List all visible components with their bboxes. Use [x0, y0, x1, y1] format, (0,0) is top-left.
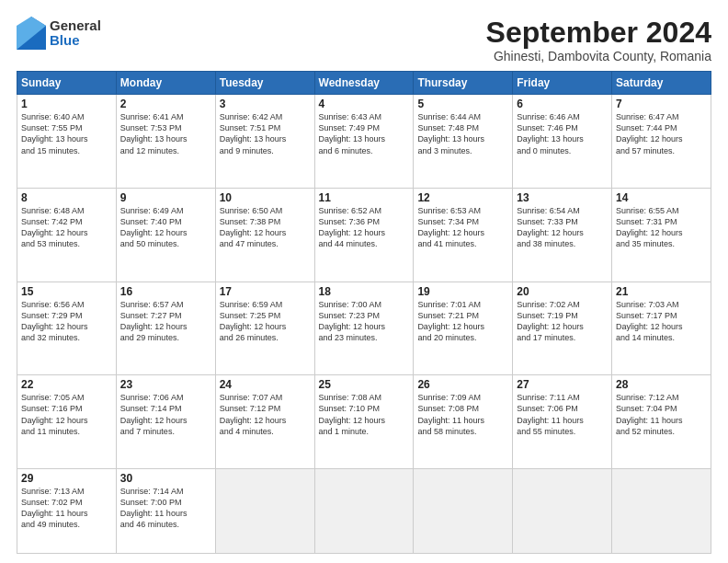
day-number: 27	[517, 378, 608, 391]
col-monday: Monday	[116, 72, 215, 95]
table-row: 12Sunrise: 6:53 AM Sunset: 7:34 PM Dayli…	[414, 188, 513, 282]
day-info: Sunrise: 7:07 AM Sunset: 7:12 PM Dayligh…	[220, 392, 311, 437]
day-info: Sunrise: 6:50 AM Sunset: 7:38 PM Dayligh…	[220, 205, 311, 250]
col-sunday: Sunday	[17, 72, 117, 95]
logo-text: General Blue	[50, 18, 101, 49]
table-row: 10Sunrise: 6:50 AM Sunset: 7:38 PM Dayli…	[215, 188, 314, 282]
day-info: Sunrise: 6:55 AM Sunset: 7:31 PM Dayligh…	[616, 205, 707, 250]
calendar-week-2: 15Sunrise: 6:56 AM Sunset: 7:29 PM Dayli…	[17, 282, 711, 375]
header: General Blue September 2024 Ghinesti, Da…	[17, 17, 711, 63]
table-row	[612, 468, 711, 553]
table-row: 18Sunrise: 7:00 AM Sunset: 7:23 PM Dayli…	[314, 282, 414, 375]
table-row: 27Sunrise: 7:11 AM Sunset: 7:06 PM Dayli…	[513, 375, 612, 469]
day-number: 3	[220, 98, 311, 110]
day-info: Sunrise: 7:13 AM Sunset: 7:02 PM Dayligh…	[21, 486, 112, 531]
day-info: Sunrise: 7:12 AM Sunset: 7:04 PM Dayligh…	[616, 392, 707, 437]
day-info: Sunrise: 7:08 AM Sunset: 7:10 PM Dayligh…	[319, 392, 410, 437]
day-number: 16	[120, 285, 211, 298]
day-number: 15	[21, 285, 112, 298]
location-subtitle: Ghinesti, Dambovita County, Romania	[486, 49, 711, 63]
day-info: Sunrise: 6:48 AM Sunset: 7:42 PM Dayligh…	[21, 205, 112, 250]
day-info: Sunrise: 7:01 AM Sunset: 7:21 PM Dayligh…	[417, 299, 508, 344]
day-info: Sunrise: 6:49 AM Sunset: 7:40 PM Dayligh…	[120, 205, 211, 250]
day-info: Sunrise: 7:14 AM Sunset: 7:00 PM Dayligh…	[120, 486, 211, 531]
day-info: Sunrise: 6:43 AM Sunset: 7:49 PM Dayligh…	[319, 111, 410, 156]
day-number: 28	[616, 378, 707, 391]
day-info: Sunrise: 6:52 AM Sunset: 7:36 PM Dayligh…	[319, 205, 410, 250]
table-row: 21Sunrise: 7:03 AM Sunset: 7:17 PM Dayli…	[612, 282, 711, 375]
table-row: 29Sunrise: 7:13 AM Sunset: 7:02 PM Dayli…	[17, 468, 117, 553]
day-number: 20	[517, 285, 608, 298]
day-info: Sunrise: 7:02 AM Sunset: 7:19 PM Dayligh…	[517, 299, 608, 344]
day-number: 21	[616, 285, 707, 298]
day-info: Sunrise: 6:42 AM Sunset: 7:51 PM Dayligh…	[220, 111, 311, 156]
day-number: 18	[319, 285, 410, 298]
table-row: 13Sunrise: 6:54 AM Sunset: 7:33 PM Dayli…	[513, 188, 612, 282]
table-row: 16Sunrise: 6:57 AM Sunset: 7:27 PM Dayli…	[116, 282, 215, 375]
table-row	[314, 468, 414, 553]
title-area: September 2024 Ghinesti, Dambovita Count…	[486, 17, 711, 63]
table-row: 11Sunrise: 6:52 AM Sunset: 7:36 PM Dayli…	[314, 188, 414, 282]
logo-blue-text: Blue	[50, 33, 101, 49]
day-number: 2	[120, 98, 211, 110]
day-info: Sunrise: 6:57 AM Sunset: 7:27 PM Dayligh…	[120, 299, 211, 344]
table-row: 4Sunrise: 6:43 AM Sunset: 7:49 PM Daylig…	[314, 95, 414, 189]
table-row: 7Sunrise: 6:47 AM Sunset: 7:44 PM Daylig…	[612, 95, 711, 189]
day-info: Sunrise: 6:47 AM Sunset: 7:44 PM Dayligh…	[616, 111, 707, 156]
day-number: 9	[120, 191, 211, 204]
calendar-week-3: 22Sunrise: 7:05 AM Sunset: 7:16 PM Dayli…	[17, 375, 711, 469]
day-number: 8	[21, 191, 112, 204]
table-row: 8Sunrise: 6:48 AM Sunset: 7:42 PM Daylig…	[17, 188, 117, 282]
col-thursday: Thursday	[414, 72, 513, 95]
table-row: 14Sunrise: 6:55 AM Sunset: 7:31 PM Dayli…	[612, 188, 711, 282]
header-row: Sunday Monday Tuesday Wednesday Thursday…	[17, 72, 711, 95]
day-info: Sunrise: 6:54 AM Sunset: 7:33 PM Dayligh…	[517, 205, 608, 250]
day-info: Sunrise: 6:56 AM Sunset: 7:29 PM Dayligh…	[21, 299, 112, 344]
col-wednesday: Wednesday	[314, 72, 414, 95]
day-info: Sunrise: 6:44 AM Sunset: 7:48 PM Dayligh…	[417, 111, 508, 156]
day-info: Sunrise: 7:00 AM Sunset: 7:23 PM Dayligh…	[319, 299, 410, 344]
day-info: Sunrise: 6:59 AM Sunset: 7:25 PM Dayligh…	[220, 299, 311, 344]
table-row	[215, 468, 314, 553]
day-number: 30	[120, 472, 211, 485]
day-number: 14	[616, 191, 707, 204]
day-number: 6	[517, 98, 608, 110]
day-number: 12	[417, 191, 508, 204]
calendar-week-4: 29Sunrise: 7:13 AM Sunset: 7:02 PM Dayli…	[17, 468, 711, 553]
table-row: 5Sunrise: 6:44 AM Sunset: 7:48 PM Daylig…	[414, 95, 513, 189]
day-info: Sunrise: 7:11 AM Sunset: 7:06 PM Dayligh…	[517, 392, 608, 437]
table-row	[513, 468, 612, 553]
day-info: Sunrise: 6:40 AM Sunset: 7:55 PM Dayligh…	[21, 111, 112, 156]
calendar-week-0: 1Sunrise: 6:40 AM Sunset: 7:55 PM Daylig…	[17, 95, 711, 189]
day-number: 7	[616, 98, 707, 110]
logo-general-text: General	[50, 18, 101, 34]
day-number: 17	[220, 285, 311, 298]
logo: General Blue	[17, 17, 101, 50]
day-number: 25	[319, 378, 410, 391]
day-info: Sunrise: 6:46 AM Sunset: 7:46 PM Dayligh…	[517, 111, 608, 156]
day-number: 29	[21, 472, 112, 485]
table-row: 2Sunrise: 6:41 AM Sunset: 7:53 PM Daylig…	[116, 95, 215, 189]
day-info: Sunrise: 7:06 AM Sunset: 7:14 PM Dayligh…	[120, 392, 211, 437]
calendar-table: Sunday Monday Tuesday Wednesday Thursday…	[17, 71, 711, 554]
table-row: 15Sunrise: 6:56 AM Sunset: 7:29 PM Dayli…	[17, 282, 117, 375]
table-row	[414, 468, 513, 553]
table-row: 25Sunrise: 7:08 AM Sunset: 7:10 PM Dayli…	[314, 375, 414, 469]
table-row: 22Sunrise: 7:05 AM Sunset: 7:16 PM Dayli…	[17, 375, 117, 469]
day-number: 13	[517, 191, 608, 204]
day-number: 11	[319, 191, 410, 204]
day-number: 5	[417, 98, 508, 110]
day-number: 22	[21, 378, 112, 391]
col-friday: Friday	[513, 72, 612, 95]
day-number: 1	[21, 98, 112, 110]
day-info: Sunrise: 6:53 AM Sunset: 7:34 PM Dayligh…	[417, 205, 508, 250]
day-info: Sunrise: 7:05 AM Sunset: 7:16 PM Dayligh…	[21, 392, 112, 437]
day-number: 26	[417, 378, 508, 391]
table-row: 28Sunrise: 7:12 AM Sunset: 7:04 PM Dayli…	[612, 375, 711, 469]
table-row: 24Sunrise: 7:07 AM Sunset: 7:12 PM Dayli…	[215, 375, 314, 469]
month-title: September 2024	[486, 17, 711, 49]
col-saturday: Saturday	[612, 72, 711, 95]
day-info: Sunrise: 7:09 AM Sunset: 7:08 PM Dayligh…	[417, 392, 508, 437]
day-number: 19	[417, 285, 508, 298]
day-number: 23	[120, 378, 211, 391]
